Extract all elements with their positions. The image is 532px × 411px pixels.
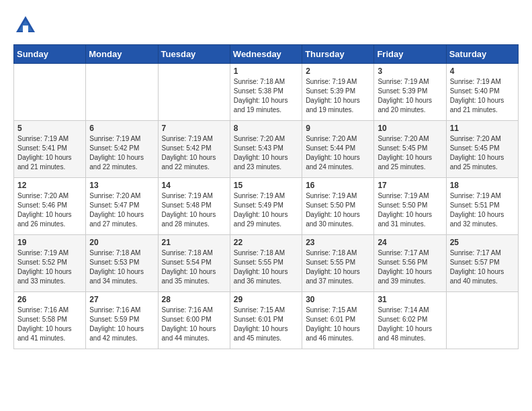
calendar-cell: 31Sunrise: 7:14 AM Sunset: 6:02 PM Dayli… [374,292,446,349]
logo-icon [13,13,38,38]
day-info: Sunrise: 7:17 AM Sunset: 5:56 PM Dayligh… [378,248,442,286]
day-number: 19 [17,238,82,247]
calendar-cell [86,64,158,121]
day-info: Sunrise: 7:19 AM Sunset: 5:39 PM Dayligh… [306,77,370,115]
calendar-cell [446,292,518,349]
calendar-header-row: SundayMondayTuesdayWednesdayThursdayFrid… [14,45,519,64]
calendar-cell: 8Sunrise: 7:20 AM Sunset: 5:43 PM Daylig… [230,121,302,178]
day-number: 23 [306,238,370,247]
day-info: Sunrise: 7:16 AM Sunset: 6:00 PM Dayligh… [162,306,226,343]
week-row-5: 26Sunrise: 7:16 AM Sunset: 5:58 PM Dayli… [14,292,519,349]
day-info: Sunrise: 7:19 AM Sunset: 5:50 PM Dayligh… [378,191,442,229]
calendar-cell: 5Sunrise: 7:19 AM Sunset: 5:41 PM Daylig… [14,121,86,178]
day-number: 6 [89,124,154,133]
day-info: Sunrise: 7:16 AM Sunset: 5:58 PM Dayligh… [17,306,82,343]
day-info: Sunrise: 7:19 AM Sunset: 5:51 PM Dayligh… [450,191,515,229]
col-header-sunday: Sunday [14,45,86,64]
day-info: Sunrise: 7:20 AM Sunset: 5:45 PM Dayligh… [450,134,515,172]
day-info: Sunrise: 7:19 AM Sunset: 5:42 PM Dayligh… [162,134,226,172]
calendar-table: SundayMondayTuesdayWednesdayThursdayFrid… [13,44,519,349]
calendar-cell: 30Sunrise: 7:15 AM Sunset: 6:01 PM Dayli… [302,292,374,349]
calendar-cell: 16Sunrise: 7:19 AM Sunset: 5:50 PM Dayli… [302,178,374,235]
day-info: Sunrise: 7:19 AM Sunset: 5:48 PM Dayligh… [162,191,226,229]
day-info: Sunrise: 7:18 AM Sunset: 5:53 PM Dayligh… [89,248,154,286]
calendar-cell: 23Sunrise: 7:18 AM Sunset: 5:55 PM Dayli… [302,235,374,292]
day-number: 4 [450,66,515,76]
day-number: 30 [306,295,370,304]
day-info: Sunrise: 7:19 AM Sunset: 5:41 PM Dayligh… [17,134,82,172]
day-info: Sunrise: 7:14 AM Sunset: 6:02 PM Dayligh… [378,306,442,343]
calendar-cell: 6Sunrise: 7:19 AM Sunset: 5:42 PM Daylig… [86,121,158,178]
week-row-1: 1Sunrise: 7:18 AM Sunset: 5:38 PM Daylig… [14,64,519,121]
day-number: 16 [306,181,370,190]
day-info: Sunrise: 7:20 AM Sunset: 5:45 PM Dayligh… [378,134,442,172]
day-info: Sunrise: 7:19 AM Sunset: 5:40 PM Dayligh… [450,77,515,115]
day-info: Sunrise: 7:19 AM Sunset: 5:52 PM Dayligh… [17,248,82,286]
calendar-cell: 1Sunrise: 7:18 AM Sunset: 5:38 PM Daylig… [230,64,302,121]
day-info: Sunrise: 7:16 AM Sunset: 5:59 PM Dayligh… [89,306,154,343]
day-info: Sunrise: 7:18 AM Sunset: 5:54 PM Dayligh… [162,248,226,286]
day-number: 14 [162,181,226,190]
col-header-thursday: Thursday [302,45,374,64]
calendar-cell: 13Sunrise: 7:20 AM Sunset: 5:47 PM Dayli… [86,178,158,235]
week-row-4: 19Sunrise: 7:19 AM Sunset: 5:52 PM Dayli… [14,235,519,292]
day-number: 31 [378,295,442,304]
col-header-monday: Monday [86,45,158,64]
calendar-cell: 10Sunrise: 7:20 AM Sunset: 5:45 PM Dayli… [374,121,446,178]
day-number: 20 [89,238,154,247]
day-info: Sunrise: 7:15 AM Sunset: 6:01 PM Dayligh… [306,306,370,343]
day-number: 9 [306,124,370,133]
col-header-saturday: Saturday [446,45,518,64]
day-info: Sunrise: 7:20 AM Sunset: 5:44 PM Dayligh… [306,134,370,172]
calendar-cell: 19Sunrise: 7:19 AM Sunset: 5:52 PM Dayli… [14,235,86,292]
calendar-cell: 7Sunrise: 7:19 AM Sunset: 5:42 PM Daylig… [158,121,230,178]
day-info: Sunrise: 7:19 AM Sunset: 5:50 PM Dayligh… [306,191,370,229]
calendar-cell: 20Sunrise: 7:18 AM Sunset: 5:53 PM Dayli… [86,235,158,292]
day-number: 15 [234,181,298,190]
calendar-cell: 27Sunrise: 7:16 AM Sunset: 5:59 PM Dayli… [86,292,158,349]
calendar-cell [158,64,230,121]
col-header-friday: Friday [374,45,446,64]
day-info: Sunrise: 7:18 AM Sunset: 5:55 PM Dayligh… [234,248,298,286]
calendar-cell: 9Sunrise: 7:20 AM Sunset: 5:44 PM Daylig… [302,121,374,178]
calendar-cell: 17Sunrise: 7:19 AM Sunset: 5:50 PM Dayli… [374,178,446,235]
day-info: Sunrise: 7:18 AM Sunset: 5:55 PM Dayligh… [306,248,370,286]
day-number: 26 [17,295,82,304]
col-header-tuesday: Tuesday [158,45,230,64]
calendar-cell: 25Sunrise: 7:17 AM Sunset: 5:57 PM Dayli… [446,235,518,292]
calendar-cell: 26Sunrise: 7:16 AM Sunset: 5:58 PM Dayli… [14,292,86,349]
calendar-cell: 18Sunrise: 7:19 AM Sunset: 5:51 PM Dayli… [446,178,518,235]
calendar-cell: 22Sunrise: 7:18 AM Sunset: 5:55 PM Dayli… [230,235,302,292]
day-number: 27 [89,295,154,304]
day-number: 5 [17,124,82,133]
day-info: Sunrise: 7:17 AM Sunset: 5:57 PM Dayligh… [450,248,515,286]
calendar-cell: 28Sunrise: 7:16 AM Sunset: 6:00 PM Dayli… [158,292,230,349]
day-number: 1 [234,66,298,76]
day-number: 10 [378,124,442,133]
calendar-cell: 14Sunrise: 7:19 AM Sunset: 5:48 PM Dayli… [158,178,230,235]
col-header-wednesday: Wednesday [230,45,302,64]
day-number: 25 [450,238,515,247]
day-number: 11 [450,124,515,133]
day-number: 2 [306,66,370,76]
day-number: 17 [378,181,442,190]
logo [13,13,42,38]
calendar-cell: 4Sunrise: 7:19 AM Sunset: 5:40 PM Daylig… [446,64,518,121]
day-info: Sunrise: 7:19 AM Sunset: 5:49 PM Dayligh… [234,191,298,229]
calendar-cell: 21Sunrise: 7:18 AM Sunset: 5:54 PM Dayli… [158,235,230,292]
day-info: Sunrise: 7:19 AM Sunset: 5:39 PM Dayligh… [378,77,442,115]
day-info: Sunrise: 7:20 AM Sunset: 5:43 PM Dayligh… [234,134,298,172]
day-info: Sunrise: 7:20 AM Sunset: 5:47 PM Dayligh… [89,191,154,229]
day-number: 3 [378,66,442,76]
day-number: 21 [162,238,226,247]
day-info: Sunrise: 7:15 AM Sunset: 6:01 PM Dayligh… [234,306,298,343]
day-number: 7 [162,124,226,133]
calendar-cell: 15Sunrise: 7:19 AM Sunset: 5:49 PM Dayli… [230,178,302,235]
day-number: 12 [17,181,82,190]
week-row-3: 12Sunrise: 7:20 AM Sunset: 5:46 PM Dayli… [14,178,519,235]
calendar-cell: 24Sunrise: 7:17 AM Sunset: 5:56 PM Dayli… [374,235,446,292]
page-header [13,13,519,38]
day-info: Sunrise: 7:19 AM Sunset: 5:42 PM Dayligh… [89,134,154,172]
day-number: 22 [234,238,298,247]
day-info: Sunrise: 7:20 AM Sunset: 5:46 PM Dayligh… [17,191,82,229]
